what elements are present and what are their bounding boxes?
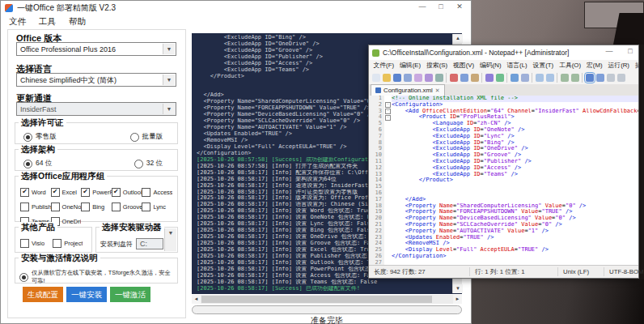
checkbox-label: Word — [32, 189, 46, 196]
checkbox-label: Access — [153, 189, 172, 196]
word-wrap-icon[interactable] — [586, 74, 594, 82]
license-group-title: 选择许可证 — [19, 117, 66, 129]
maximize-icon[interactable]: □ — [436, 2, 446, 11]
line-number: 19 — [369, 209, 384, 215]
license-option-批量版[interactable]: 批量版 — [130, 132, 163, 142]
cut-icon[interactable] — [450, 74, 458, 82]
tab-label: Configuration.xml — [383, 87, 433, 94]
checkbox-Bing[interactable]: Bing — [81, 202, 112, 211]
print-icon[interactable] — [435, 74, 443, 82]
undo-icon[interactable] — [485, 74, 494, 82]
checkbox-Word[interactable]: ✔Word — [20, 188, 51, 197]
install-drive-group-title: 选择安装驱动器 — [100, 222, 164, 233]
close-all-icon[interactable] — [425, 74, 433, 82]
checkbox-Visio[interactable]: Visio — [20, 239, 44, 248]
fold-marker-icon[interactable]: - — [385, 102, 391, 108]
code-editor[interactable]: 1<!-- Online installation XML file -->2-… — [369, 96, 638, 266]
menu-item-工具[interactable]: 工具 — [32, 15, 62, 28]
code-line: 26</Configuration> — [369, 254, 638, 260]
checkbox-Project[interactable]: Project — [53, 239, 83, 248]
menu-item-宏(M)[interactable]: 宏(M) — [584, 61, 606, 70]
menu-item-编辑(E)[interactable]: 编辑(E) — [397, 61, 424, 70]
menu-item-语言(L)[interactable]: 语言(L) — [504, 61, 530, 70]
update-channel-select[interactable]: InsiderFast ▼ — [16, 102, 176, 116]
checkbox-Lync[interactable]: Lync — [142, 202, 172, 211]
console-line: <ExcludeApp ID="Bing" /> — [197, 35, 462, 41]
menu-item-插件(P)[interactable]: 插件(P) — [632, 61, 638, 70]
zoom-in-icon[interactable] — [536, 74, 544, 82]
checkbox-Outlook[interactable]: ✔Outlook — [112, 188, 142, 197]
one-click-install-button[interactable]: 一键安装 — [66, 287, 107, 302]
close-icon[interactable]: ✕ — [455, 2, 464, 11]
checkbox-Publisher[interactable]: Publisher — [20, 202, 51, 211]
minimize-icon[interactable]: — — [604, 47, 614, 55]
scroll-up-icon[interactable]: ▲ — [453, 34, 463, 43]
fold-marker-icon[interactable]: - — [385, 115, 391, 121]
checkbox-label: OneDrive — [62, 218, 82, 225]
checkbox-Access[interactable]: Access — [142, 188, 172, 197]
paste-icon[interactable] — [471, 74, 479, 82]
one-click-activate-button[interactable]: 一键激活 — [110, 287, 150, 302]
new-file-icon[interactable] — [372, 74, 380, 82]
menu-item-文件(F)[interactable]: 文件(F) — [371, 61, 397, 70]
fold-marker-icon[interactable]: - — [385, 109, 391, 114]
office-version-select[interactable]: Office Professional Plus 2016 ▼ — [16, 42, 176, 56]
open-file-icon[interactable] — [383, 74, 391, 82]
status-text: 准备完毕 — [192, 315, 462, 324]
architecture-option-64 位[interactable]: 64 位 — [23, 159, 52, 168]
copy-icon[interactable] — [460, 74, 468, 82]
line-number: 10 — [369, 152, 384, 159]
line-number: 14 — [369, 177, 384, 184]
close-icon[interactable] — [414, 74, 422, 82]
close-tab-icon[interactable]: ✕ — [435, 87, 440, 94]
drive-letter-select[interactable]: C: ▼ — [136, 238, 163, 249]
console-horizontal-scrollbar[interactable]: ◄ ► — [192, 295, 462, 304]
menu-item-视图(V)[interactable]: 视图(V) — [451, 61, 477, 70]
title-bar[interactable]: C:\OfficeInstall\Configuration.xml - Not… — [369, 45, 638, 60]
chevron-down-icon: ▼ — [163, 104, 175, 114]
status-caret-position: 行: 1 列: 1 位置: 1 — [470, 267, 558, 276]
checkbox-label: Publisher — [32, 203, 51, 211]
menu-item-设置(T)[interactable]: 设置(T) — [530, 61, 557, 70]
minimize-icon[interactable]: — — [417, 2, 427, 11]
menu-item-运行(R)[interactable]: 运行(R) — [605, 61, 632, 70]
status-length-lines: 长度: 942 行数: 27 — [369, 267, 470, 276]
title-bar[interactable]: 一键Office 部署精简版 V2.3 — [1, 1, 471, 15]
menu-item-搜索(S)[interactable]: 搜索(S) — [424, 61, 451, 70]
maximize-icon[interactable]: □ — [625, 47, 635, 55]
tab-configuration-xml[interactable]: Configuration.xml ✕ — [371, 84, 445, 96]
menu-item-帮助[interactable]: 帮助 — [62, 15, 92, 28]
scroll-left-icon[interactable]: ◄ — [192, 295, 201, 304]
generate-config-button[interactable]: 生成配置 — [23, 287, 63, 302]
architecture-option-32 位[interactable]: 32 位 — [134, 159, 163, 168]
checkbox-PowerPoi[interactable]: ✔PowerPoi — [81, 188, 112, 197]
function-list-icon[interactable] — [617, 74, 625, 82]
scroll-down-icon[interactable]: ▼ — [453, 284, 463, 293]
redo-icon[interactable] — [496, 74, 504, 82]
save-all-icon[interactable] — [404, 74, 412, 82]
sync-vertical-icon[interactable] — [561, 74, 569, 82]
checkbox-Groove[interactable]: Groove — [112, 202, 142, 211]
scrollbar-thumb[interactable] — [201, 296, 432, 303]
sync-horizontal-icon[interactable] — [571, 74, 579, 82]
menu-item-文件[interactable]: 文件 — [2, 15, 32, 28]
find-icon[interactable] — [511, 74, 519, 82]
window-controls: —□✕ — [417, 2, 464, 11]
code-line: 1<!-- Online installation XML file --> — [369, 96, 638, 102]
note-radio[interactable] — [19, 273, 28, 282]
checkbox-OneNote[interactable]: OneNote — [51, 202, 82, 211]
language-select[interactable]: Chinese Simplified中文 (简体) ▼ — [16, 73, 176, 87]
checkbox-label: Bing — [92, 203, 104, 211]
checkbox-Excel[interactable]: ✔Excel — [51, 188, 82, 197]
replace-icon[interactable] — [521, 74, 529, 82]
checkbox-label: Project — [64, 240, 83, 247]
language-value: Chinese Simplified中文 (简体) — [20, 76, 117, 84]
menu-item-工具(O)[interactable]: 工具(O) — [557, 61, 584, 70]
scroll-right-icon[interactable]: ► — [453, 295, 462, 304]
license-option-零售版[interactable]: 零售版 — [23, 132, 57, 142]
document-map-icon[interactable] — [607, 74, 615, 82]
show-all-characters-icon[interactable] — [596, 74, 604, 82]
save-icon[interactable] — [393, 74, 401, 82]
zoom-out-icon[interactable] — [546, 74, 554, 82]
menu-item-编码(N)[interactable]: 编码(N) — [477, 61, 504, 70]
